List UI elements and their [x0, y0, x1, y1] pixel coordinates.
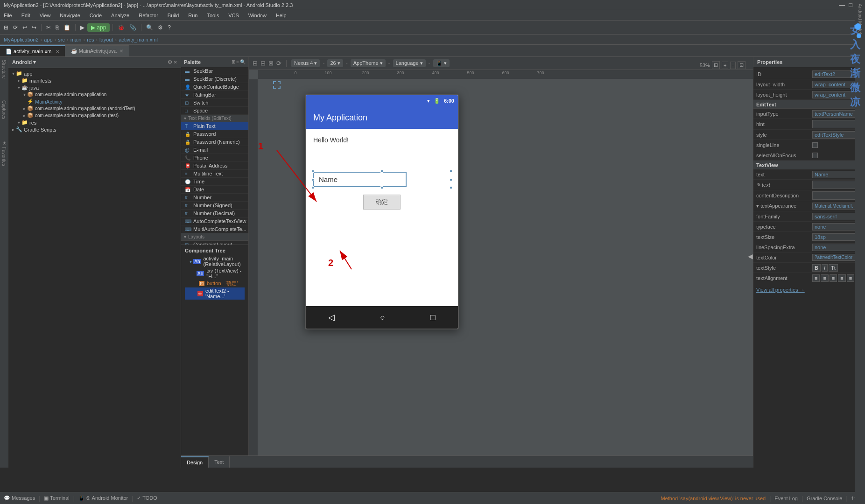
- breadcrumb-res[interactable]: res: [87, 37, 94, 42]
- toolbar-btn-1[interactable]: ⊞: [2, 23, 10, 32]
- tab-close-mainactivity[interactable]: ✕: [120, 49, 123, 54]
- align-right[interactable]: ≡: [838, 274, 845, 282]
- orientation-btn[interactable]: 📱 ▾: [433, 59, 450, 67]
- ct-item-button[interactable]: ⊡ button - '确定': [185, 280, 245, 287]
- palette-item-space[interactable]: □ Space: [181, 107, 248, 115]
- tree-item-package-main[interactable]: ▾ 📦 com.example.admin.myapplication: [8, 91, 181, 98]
- palette-item-email[interactable]: @ E-mail: [181, 146, 248, 154]
- menu-edit[interactable]: Edit: [20, 12, 32, 19]
- zoom-preview-btn[interactable]: ⊡: [738, 61, 745, 69]
- toolbar-btn-4[interactable]: ↪: [30, 23, 38, 32]
- status-messages[interactable]: 💬 Messages: [4, 495, 35, 501]
- zoom-fit-btn[interactable]: ⊞: [712, 61, 720, 69]
- status-android-monitor[interactable]: 📱 6: Android Monitor: [78, 495, 128, 501]
- align-right-right[interactable]: ≡: [847, 274, 854, 282]
- tree-item-mainactivity[interactable]: ⚡ MainActivity: [8, 98, 181, 105]
- palette-item-autocomplete[interactable]: ⌨ AutoCompleteTextView: [181, 217, 248, 225]
- menu-refactor[interactable]: Refactor: [137, 12, 160, 19]
- prop-value-fontfamily[interactable]: sans-serif: [812, 213, 859, 220]
- palette-item-seekbar[interactable]: ▬ SeekBar: [181, 67, 248, 75]
- tab-close-activity-main[interactable]: ✕: [56, 49, 59, 54]
- zoom-in-btn[interactable]: +: [722, 62, 728, 69]
- menu-view[interactable]: View: [38, 12, 53, 19]
- vt-structure[interactable]: Structure: [0, 59, 7, 80]
- palette-item-time[interactable]: 🕐 Time: [181, 178, 248, 186]
- status-todo[interactable]: ✓ TODO: [137, 495, 157, 501]
- breadcrumb-main[interactable]: main: [70, 37, 82, 42]
- palette-item-password-numeric[interactable]: 🔒 Password (Numeric): [181, 138, 248, 146]
- vt-favorites[interactable]: ★ Favorites: [0, 140, 7, 167]
- ct-item-txv[interactable]: Ab txv (TextView) - "H...": [185, 267, 245, 280]
- toolbar-btn-debug[interactable]: 🐞: [116, 23, 127, 32]
- maximize-btn[interactable]: □: [849, 1, 852, 8]
- zoom-out-btn[interactable]: -: [730, 62, 736, 69]
- phone-edittext-container[interactable]: Name: [313, 172, 450, 187]
- toolbar-btn-7[interactable]: 📋: [62, 23, 72, 32]
- tree-item-manifests[interactable]: ▸ 📁 manifests: [8, 77, 181, 84]
- toolbar-btn-6[interactable]: ⎘: [54, 23, 61, 32]
- menu-analyze[interactable]: Analyze: [109, 12, 131, 19]
- tab-text[interactable]: Text: [209, 456, 230, 468]
- menu-navigate[interactable]: Navigate: [58, 12, 82, 19]
- toolbar-btn-search[interactable]: 🔍: [144, 23, 155, 32]
- tree-item-res[interactable]: ▾ 📁 res: [8, 119, 181, 126]
- align-left-left[interactable]: ≡: [812, 274, 820, 282]
- design-view-btn[interactable]: ⊞: [253, 60, 258, 67]
- menu-build[interactable]: Build: [166, 12, 181, 19]
- design-blueprint-btn[interactable]: ⊠: [268, 60, 274, 67]
- palette-item-postal[interactable]: 📮 Postal Address: [181, 162, 248, 170]
- menu-window[interactable]: Window: [246, 12, 268, 19]
- palette-item-date[interactable]: 📅 Date: [181, 186, 248, 194]
- view-all-properties[interactable]: View all properties →: [753, 283, 865, 296]
- palette-item-multiline[interactable]: ≡ Multiline Text: [181, 170, 248, 178]
- tree-item-package-test[interactable]: ▸ 📦 com.example.admin.myapplication (and…: [8, 105, 181, 112]
- menu-vcs[interactable]: VCS: [226, 12, 241, 19]
- status-terminal[interactable]: ▣ Terminal: [44, 495, 69, 501]
- tree-item-gradle[interactable]: ▸ 🔧 Gradle Scripts: [8, 126, 181, 133]
- breadcrumb-layout[interactable]: layout: [99, 37, 113, 42]
- breadcrumb-app[interactable]: app: [44, 37, 52, 42]
- theme-selector[interactable]: AppTheme ▾: [351, 59, 386, 67]
- breadcrumb-myapplication2[interactable]: MyApplication2: [4, 37, 39, 42]
- home-btn[interactable]: ○: [380, 313, 385, 322]
- prop-value-textappearance[interactable]: Material.Medium.Inverse: [812, 203, 859, 210]
- palette-item-switch[interactable]: ⊡ Switch: [181, 99, 248, 107]
- palette-item-quickcontact[interactable]: 👤 QuickContactBadge: [181, 83, 248, 91]
- status-gradle[interactable]: Gradle Console: [807, 496, 842, 501]
- menu-code[interactable]: Code: [88, 12, 104, 19]
- menu-help[interactable]: Help: [274, 12, 288, 19]
- tab-activity-main[interactable]: 📄 activity_main.xml ✕: [0, 45, 65, 56]
- android-dropdown[interactable]: Android ▾: [12, 59, 36, 65]
- minimize-btn[interactable]: —: [839, 1, 845, 8]
- align-left[interactable]: ≡: [821, 274, 828, 282]
- ct-item-edittext2[interactable]: ✏ editText2 - 'Name...': [185, 287, 245, 300]
- toolbar-btn-attach[interactable]: 📎: [127, 23, 138, 32]
- palette-item-number-decimal[interactable]: # Number (Decimal): [181, 210, 248, 217]
- toolbar-btn-2[interactable]: ⟳: [11, 23, 20, 32]
- prop-value-typeface[interactable]: none: [812, 223, 859, 231]
- toolbar-btn-settings[interactable]: ⚙: [156, 23, 165, 32]
- ct-item-activity-main[interactable]: ▾ Ab activity_main (RelativeLayout): [185, 255, 245, 267]
- palette-item-multiauto[interactable]: ⌨ MultiAutoCompleteTe...: [181, 225, 248, 233]
- language-selector[interactable]: Language ▾: [393, 59, 426, 67]
- textstyle-italic[interactable]: I: [822, 264, 828, 272]
- toolbar-btn-help[interactable]: ?: [166, 23, 173, 32]
- palette-item-number-signed[interactable]: # Number (Signed): [181, 202, 248, 210]
- device-selector[interactable]: Nexus 4 ▾: [291, 59, 320, 67]
- phone-button[interactable]: 确定: [363, 195, 401, 210]
- blueprint-btn[interactable]: ⊟: [260, 60, 266, 67]
- prop-value-linespacing[interactable]: none: [812, 244, 859, 251]
- recents-btn[interactable]: □: [430, 313, 436, 322]
- force-refresh-btn[interactable]: ⟳: [276, 60, 281, 67]
- palette-item-constraint[interactable]: ⊞ ConstraintLayout: [181, 241, 248, 245]
- prop-checkbox-singleline[interactable]: [812, 142, 818, 148]
- tab-mainactivity[interactable]: ☕ MainActivity.java ✕: [65, 45, 129, 56]
- run-app-btn[interactable]: ▶ app: [87, 23, 110, 32]
- palette-item-number[interactable]: # Number: [181, 194, 248, 202]
- align-center[interactable]: ≡: [830, 274, 837, 282]
- menu-run[interactable]: Run: [186, 12, 199, 19]
- breadcrumb-src[interactable]: src: [58, 37, 65, 42]
- palette-item-password[interactable]: 🔒 Password: [181, 130, 248, 138]
- status-event-log[interactable]: Event Log: [774, 496, 798, 501]
- tree-item-java[interactable]: ▾ ☕ java: [8, 84, 181, 91]
